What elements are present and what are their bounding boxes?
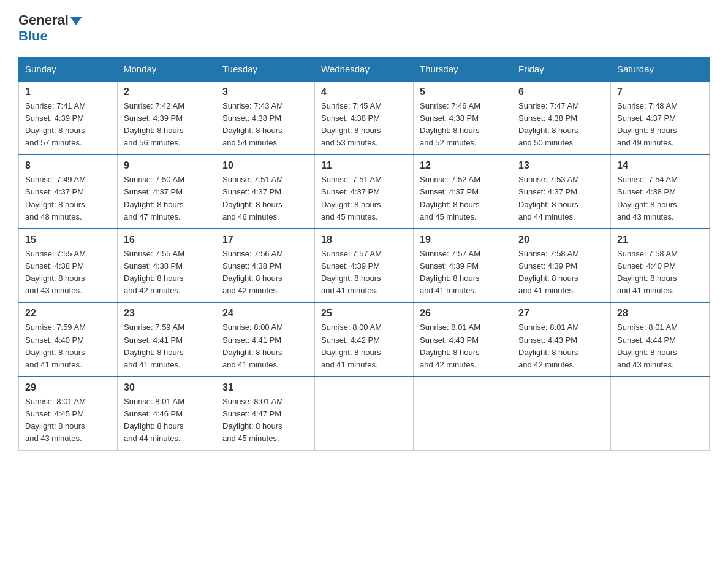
day-info: Sunrise: 8:00 AMSunset: 4:42 PMDaylight:… — [321, 323, 382, 369]
day-number: 18 — [321, 234, 407, 245]
day-cell-11: 11Sunrise: 7:51 AMSunset: 4:37 PMDayligh… — [315, 155, 414, 229]
week-row-2: 8Sunrise: 7:49 AMSunset: 4:37 PMDaylight… — [19, 155, 710, 229]
day-info: Sunrise: 8:01 AMSunset: 4:43 PMDaylight:… — [420, 323, 480, 369]
day-number: 27 — [518, 308, 604, 319]
day-number: 24 — [222, 308, 308, 319]
empty-cell — [315, 377, 414, 450]
day-cell-31: 31Sunrise: 8:01 AMSunset: 4:47 PMDayligh… — [216, 377, 315, 450]
day-cell-9: 9Sunrise: 7:50 AMSunset: 4:37 PMDaylight… — [118, 155, 216, 229]
day-number: 11 — [321, 160, 407, 171]
day-number: 28 — [617, 308, 703, 319]
day-info: Sunrise: 7:54 AMSunset: 4:38 PMDaylight:… — [617, 175, 678, 221]
col-header-tuesday: Tuesday — [216, 57, 315, 81]
day-number: 22 — [25, 308, 111, 319]
day-number: 4 — [321, 86, 407, 98]
day-cell-18: 18Sunrise: 7:57 AMSunset: 4:39 PMDayligh… — [315, 229, 414, 303]
empty-cell — [611, 377, 710, 450]
day-info: Sunrise: 7:58 AMSunset: 4:39 PMDaylight:… — [518, 249, 579, 295]
day-cell-16: 16Sunrise: 7:55 AMSunset: 4:38 PMDayligh… — [118, 229, 216, 303]
day-info: Sunrise: 7:43 AMSunset: 4:38 PMDaylight:… — [222, 101, 283, 147]
day-cell-30: 30Sunrise: 8:01 AMSunset: 4:46 PMDayligh… — [118, 377, 216, 450]
day-number: 14 — [617, 160, 703, 171]
day-cell-2: 2Sunrise: 7:42 AMSunset: 4:39 PMDaylight… — [118, 81, 216, 155]
day-number: 16 — [124, 234, 210, 245]
day-cell-25: 25Sunrise: 8:00 AMSunset: 4:42 PMDayligh… — [315, 302, 414, 377]
calendar-table: SundayMondayTuesdayWednesdayThursdayFrid… — [18, 57, 710, 451]
day-info: Sunrise: 7:59 AMSunset: 4:40 PMDaylight:… — [25, 323, 86, 369]
day-info: Sunrise: 7:48 AMSunset: 4:37 PMDaylight:… — [617, 101, 678, 147]
day-info: Sunrise: 7:47 AMSunset: 4:38 PMDaylight:… — [518, 101, 579, 147]
day-cell-1: 1Sunrise: 7:41 AMSunset: 4:39 PMDaylight… — [19, 81, 118, 155]
logo-blue-text: Blue — [18, 28, 82, 44]
col-header-monday: Monday — [118, 57, 216, 81]
day-cell-19: 19Sunrise: 7:57 AMSunset: 4:39 PMDayligh… — [414, 229, 512, 303]
logo-general-text: General — [18, 12, 82, 28]
col-header-saturday: Saturday — [611, 57, 710, 81]
day-cell-5: 5Sunrise: 7:46 AMSunset: 4:38 PMDaylight… — [414, 81, 512, 155]
day-number: 2 — [124, 86, 210, 98]
col-header-wednesday: Wednesday — [315, 57, 414, 81]
day-info: Sunrise: 8:01 AMSunset: 4:46 PMDaylight:… — [124, 397, 184, 443]
day-cell-15: 15Sunrise: 7:55 AMSunset: 4:38 PMDayligh… — [19, 229, 118, 303]
day-number: 7 — [617, 86, 703, 98]
page-header: General Blue — [18, 12, 710, 45]
day-number: 19 — [420, 234, 506, 245]
day-cell-12: 12Sunrise: 7:52 AMSunset: 4:37 PMDayligh… — [414, 155, 512, 229]
day-number: 30 — [124, 382, 210, 393]
day-info: Sunrise: 7:51 AMSunset: 4:37 PMDaylight:… — [321, 175, 382, 221]
day-info: Sunrise: 7:42 AMSunset: 4:39 PMDaylight:… — [124, 101, 184, 147]
day-cell-4: 4Sunrise: 7:45 AMSunset: 4:38 PMDaylight… — [315, 81, 414, 155]
day-info: Sunrise: 7:52 AMSunset: 4:37 PMDaylight:… — [420, 175, 480, 221]
day-info: Sunrise: 7:51 AMSunset: 4:37 PMDaylight:… — [222, 175, 283, 221]
day-number: 23 — [124, 308, 210, 319]
day-info: Sunrise: 7:55 AMSunset: 4:38 PMDaylight:… — [25, 249, 86, 295]
day-number: 25 — [321, 308, 407, 319]
day-info: Sunrise: 7:58 AMSunset: 4:40 PMDaylight:… — [617, 249, 678, 295]
day-info: Sunrise: 7:49 AMSunset: 4:37 PMDaylight:… — [25, 175, 86, 221]
day-number: 21 — [617, 234, 703, 245]
day-info: Sunrise: 7:50 AMSunset: 4:37 PMDaylight:… — [124, 175, 184, 221]
day-cell-10: 10Sunrise: 7:51 AMSunset: 4:37 PMDayligh… — [216, 155, 315, 229]
day-cell-28: 28Sunrise: 8:01 AMSunset: 4:44 PMDayligh… — [611, 302, 710, 377]
day-info: Sunrise: 8:01 AMSunset: 4:45 PMDaylight:… — [25, 397, 86, 443]
header-row: SundayMondayTuesdayWednesdayThursdayFrid… — [19, 57, 710, 81]
day-info: Sunrise: 7:41 AMSunset: 4:39 PMDaylight:… — [25, 101, 86, 147]
day-number: 9 — [124, 160, 210, 171]
logo: General Blue — [18, 12, 82, 45]
day-info: Sunrise: 7:53 AMSunset: 4:37 PMDaylight:… — [518, 175, 579, 221]
empty-cell — [512, 377, 611, 450]
day-info: Sunrise: 7:57 AMSunset: 4:39 PMDaylight:… — [321, 249, 382, 295]
day-number: 13 — [518, 160, 604, 171]
col-header-thursday: Thursday — [414, 57, 512, 81]
day-number: 31 — [222, 382, 308, 393]
logo-triangle-icon — [70, 17, 82, 25]
day-cell-26: 26Sunrise: 8:01 AMSunset: 4:43 PMDayligh… — [414, 302, 512, 377]
day-info: Sunrise: 8:00 AMSunset: 4:41 PMDaylight:… — [222, 323, 283, 369]
day-cell-24: 24Sunrise: 8:00 AMSunset: 4:41 PMDayligh… — [216, 302, 315, 377]
day-number: 20 — [518, 234, 604, 245]
day-info: Sunrise: 7:45 AMSunset: 4:38 PMDaylight:… — [321, 101, 382, 147]
day-number: 6 — [518, 86, 604, 98]
day-number: 10 — [222, 160, 308, 171]
col-header-friday: Friday — [512, 57, 611, 81]
day-cell-22: 22Sunrise: 7:59 AMSunset: 4:40 PMDayligh… — [19, 302, 118, 377]
empty-cell — [414, 377, 512, 450]
day-number: 12 — [420, 160, 506, 171]
day-info: Sunrise: 8:01 AMSunset: 4:44 PMDaylight:… — [617, 323, 678, 369]
day-cell-21: 21Sunrise: 7:58 AMSunset: 4:40 PMDayligh… — [611, 229, 710, 303]
day-number: 1 — [25, 86, 111, 98]
day-info: Sunrise: 7:46 AMSunset: 4:38 PMDaylight:… — [420, 101, 480, 147]
day-cell-6: 6Sunrise: 7:47 AMSunset: 4:38 PMDaylight… — [512, 81, 611, 155]
day-number: 15 — [25, 234, 111, 245]
day-cell-8: 8Sunrise: 7:49 AMSunset: 4:37 PMDaylight… — [19, 155, 118, 229]
day-info: Sunrise: 8:01 AMSunset: 4:43 PMDaylight:… — [518, 323, 579, 369]
day-cell-27: 27Sunrise: 8:01 AMSunset: 4:43 PMDayligh… — [512, 302, 611, 377]
day-cell-3: 3Sunrise: 7:43 AMSunset: 4:38 PMDaylight… — [216, 81, 315, 155]
day-info: Sunrise: 7:55 AMSunset: 4:38 PMDaylight:… — [124, 249, 184, 295]
day-number: 26 — [420, 308, 506, 319]
week-row-4: 22Sunrise: 7:59 AMSunset: 4:40 PMDayligh… — [19, 302, 710, 377]
week-row-5: 29Sunrise: 8:01 AMSunset: 4:45 PMDayligh… — [19, 377, 710, 450]
week-row-1: 1Sunrise: 7:41 AMSunset: 4:39 PMDaylight… — [19, 81, 710, 155]
day-cell-13: 13Sunrise: 7:53 AMSunset: 4:37 PMDayligh… — [512, 155, 611, 229]
week-row-3: 15Sunrise: 7:55 AMSunset: 4:38 PMDayligh… — [19, 229, 710, 303]
